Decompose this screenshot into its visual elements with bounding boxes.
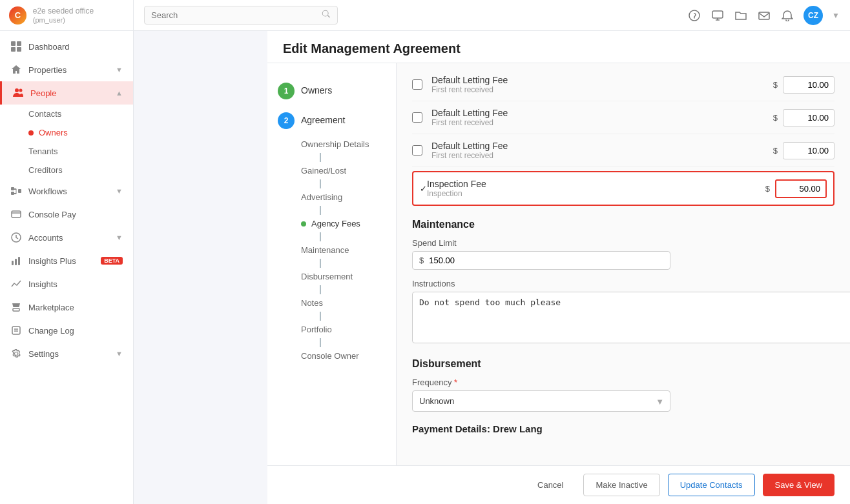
fee-info: Default Letting Fee First rent received xyxy=(431,75,773,94)
main-content: Edit Management Agreement 1 Owners 2 Agr… xyxy=(267,31,850,504)
sidebar-item-dashboard[interactable]: Dashboard xyxy=(0,35,133,58)
disbursement-section-title: Disbursement xyxy=(412,358,834,370)
steps-panel: 1 Owners 2 Agreement Ownership Details G… xyxy=(267,63,397,465)
step-sub-console-owner[interactable]: Console Owner xyxy=(301,347,396,365)
people-icon xyxy=(12,87,24,99)
svg-rect-19 xyxy=(712,11,723,18)
sidebar-item-owners[interactable]: Owners xyxy=(28,123,133,142)
marketplace-icon xyxy=(10,301,22,313)
workflow-icon xyxy=(10,185,22,197)
step-sub-portfolio[interactable]: Portfolio xyxy=(301,321,396,338)
sidebar-item-workflows[interactable]: Workflows ▼ xyxy=(0,179,133,203)
sidebar-item-insights[interactable]: Insights xyxy=(0,272,133,296)
sidebar-header: C e2e seeded office (pm_user) xyxy=(0,0,133,31)
insights-plus-icon xyxy=(10,255,22,267)
step-connector xyxy=(320,312,321,321)
monitor-icon[interactable] xyxy=(710,8,725,23)
instructions-textarea[interactable]: Do not spend too much please xyxy=(412,292,850,343)
step-connector xyxy=(320,153,321,162)
fee-row: Default Letting Fee First rent received … xyxy=(412,68,834,101)
svg-rect-14 xyxy=(13,308,19,311)
insights-icon xyxy=(10,278,22,290)
step-sub-ownership[interactable]: Ownership Details xyxy=(301,136,396,153)
fee-row-highlighted: ✓ Inspection Fee Inspection $ xyxy=(412,171,834,206)
home-icon xyxy=(10,64,22,76)
sidebar: C e2e seeded office (pm_user) Dashboard … xyxy=(0,0,134,504)
step-sub-agency-fees[interactable]: Agency Fees xyxy=(301,215,396,232)
update-contacts-button[interactable]: Update Contacts xyxy=(668,474,755,496)
spend-limit-currency: $ xyxy=(419,256,424,265)
svg-rect-3 xyxy=(17,47,21,52)
sidebar-item-marketplace[interactable]: Marketplace xyxy=(0,296,133,319)
step-connector xyxy=(320,285,321,294)
payment-details-title: Payment Details: Drew Lang xyxy=(412,423,834,434)
folder-icon[interactable] xyxy=(734,8,748,23)
step-sub-gained[interactable]: Gained/Lost xyxy=(301,162,396,179)
step-sub-disbursement[interactable]: Disbursement xyxy=(301,268,396,285)
fee-amount-4[interactable] xyxy=(775,179,827,198)
step-connector xyxy=(320,179,321,188)
fee-amount-1[interactable] xyxy=(783,76,834,94)
fee-info: Default Letting Fee First rent received xyxy=(431,141,773,160)
sidebar-item-change-log[interactable]: Change Log xyxy=(0,319,133,342)
sidebar-item-insights-plus[interactable]: Insights Plus BETA xyxy=(0,249,133,272)
topbar-icons: CZ ▼ xyxy=(687,6,840,25)
fee-info: Default Letting Fee First rent received xyxy=(431,108,773,127)
fee-amount-2[interactable] xyxy=(783,109,834,126)
topbar: CZ ▼ xyxy=(134,0,850,31)
frequency-label: Frequency * xyxy=(412,378,834,387)
save-view-button[interactable]: Save & View xyxy=(763,474,834,496)
fee-checkbox-2[interactable] xyxy=(412,112,422,123)
help-icon[interactable] xyxy=(687,8,701,23)
instructions-label: Instructions xyxy=(412,279,834,288)
svg-rect-11 xyxy=(12,261,14,265)
frequency-required-mark: * xyxy=(454,378,457,387)
svg-rect-6 xyxy=(11,187,14,190)
step-agreement[interactable]: 2 Agreement xyxy=(267,106,396,136)
chevron-down-icon: ▼ xyxy=(116,66,123,74)
chevron-down-icon[interactable]: ▼ xyxy=(832,11,840,20)
cancel-button[interactable]: Cancel xyxy=(525,474,575,496)
fee-checkbox-1[interactable] xyxy=(412,79,422,90)
sidebar-item-console-pay[interactable]: Console Pay xyxy=(0,203,133,226)
bell-icon[interactable] xyxy=(780,8,794,23)
svg-rect-8 xyxy=(18,189,21,193)
people-sub-nav: Contacts Owners Tenants Creditors xyxy=(0,105,133,179)
fee-checkbox-4-checked[interactable]: ✓ xyxy=(420,184,427,194)
search-box[interactable] xyxy=(144,6,338,25)
sidebar-nav: Dashboard Properties ▼ People ▲ Contacts xyxy=(0,31,133,504)
maintenance-section-title: Maintenance xyxy=(412,219,834,230)
frequency-select[interactable]: Unknown Weekly Fortnightly Monthly xyxy=(412,390,670,412)
chevron-down-icon: ▼ xyxy=(116,187,123,195)
sidebar-item-properties[interactable]: Properties ▼ xyxy=(0,58,133,81)
app-logo: C xyxy=(9,6,26,25)
fee-checkbox-3[interactable] xyxy=(412,145,422,156)
avatar[interactable]: CZ xyxy=(803,6,823,25)
sidebar-item-contacts[interactable]: Contacts xyxy=(28,105,133,123)
sidebar-item-settings[interactable]: Settings ▼ xyxy=(0,342,133,365)
sidebar-item-creditors[interactable]: Creditors xyxy=(28,161,133,179)
fee-info-4: Inspection Fee Inspection xyxy=(427,179,765,198)
agreement-sub-items: Ownership Details Gained/Lost Advertisin… xyxy=(267,136,396,365)
step-owners[interactable]: 1 Owners xyxy=(267,76,396,106)
step-sub-advertising[interactable]: Advertising xyxy=(301,188,396,206)
search-input[interactable] xyxy=(151,10,322,20)
sidebar-item-tenants[interactable]: Tenants xyxy=(28,142,133,161)
step-sub-notes[interactable]: Notes xyxy=(301,294,396,312)
chevron-down-icon: ▼ xyxy=(116,350,123,358)
step-sub-maintenance[interactable]: Maintenance xyxy=(301,241,396,259)
chevron-down-icon: ▼ xyxy=(116,234,123,241)
step-connector xyxy=(320,232,321,241)
make-inactive-button[interactable]: Make Inactive xyxy=(583,474,659,496)
mail-icon[interactable] xyxy=(757,8,771,23)
spend-limit-input[interactable] xyxy=(429,256,663,265)
sidebar-item-accounts[interactable]: Accounts ▼ xyxy=(0,226,133,249)
frequency-select-wrapper: Unknown Weekly Fortnightly Monthly ▼ xyxy=(412,390,670,412)
sidebar-item-people[interactable]: People ▲ xyxy=(0,81,133,105)
svg-rect-1 xyxy=(17,41,21,46)
step-connector xyxy=(320,338,321,347)
svg-rect-9 xyxy=(12,211,21,217)
fee-amount-3[interactable] xyxy=(783,142,834,159)
fee-row: Default Letting Fee First rent received … xyxy=(412,101,834,134)
pay-icon xyxy=(10,208,22,220)
